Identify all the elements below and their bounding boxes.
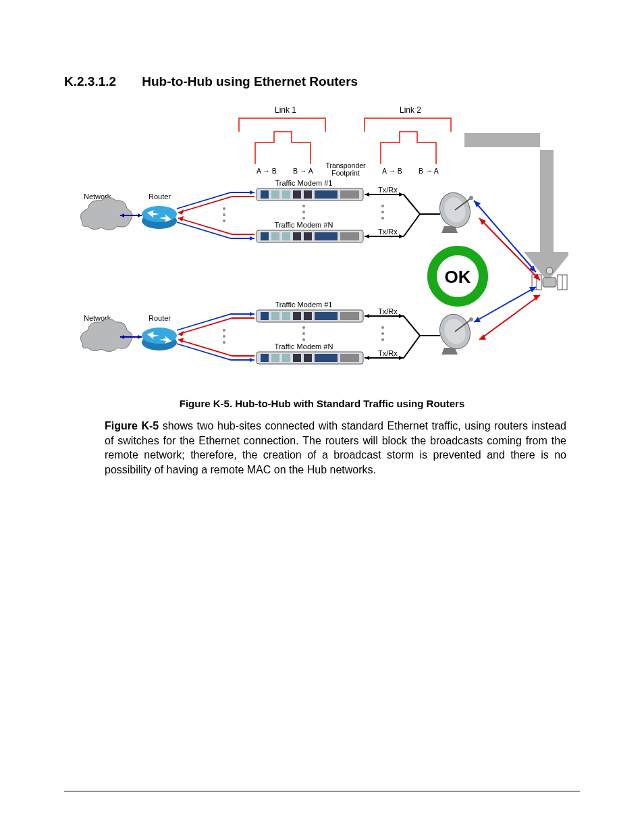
svg-marker-32 [178, 216, 184, 221]
link2-label: Link 2 [400, 106, 421, 115]
svg-marker-35 [399, 192, 404, 197]
svg-rect-52 [315, 312, 338, 320]
svg-point-14 [302, 217, 305, 219]
paragraph-text: shows two hub-sites connected with stand… [105, 420, 566, 475]
svg-marker-29 [250, 190, 254, 194]
svg-rect-23 [271, 232, 279, 240]
link1-bracket [239, 118, 325, 164]
ba-label-1: B → A [293, 167, 313, 175]
txrx-label: Tx/Rx [378, 228, 398, 236]
router-icon [142, 328, 177, 350]
svg-rect-25 [293, 232, 301, 240]
svg-rect-66 [282, 354, 290, 362]
hub-site-a: Network Router Traffic Modem #1 [80, 179, 475, 242]
svg-point-16 [223, 213, 225, 216]
svg-rect-48 [271, 312, 279, 320]
svg-rect-26 [304, 232, 312, 240]
cloud-icon [80, 197, 132, 230]
svg-rect-68 [304, 354, 312, 362]
svg-rect-50 [293, 312, 301, 320]
section-number: K.2.3.1.2 [64, 74, 138, 89]
svg-point-57 [223, 329, 225, 332]
svg-point-56 [302, 338, 305, 341]
svg-point-20 [381, 217, 384, 219]
cloud-icon [80, 319, 132, 352]
svg-rect-6 [271, 190, 279, 199]
txrx-label: Tx/Rx [378, 307, 398, 315]
svg-rect-53 [340, 312, 359, 320]
modemN-label-b: Traffic Modem #N [275, 342, 333, 350]
svg-point-88 [546, 267, 553, 274]
svg-rect-69 [315, 354, 338, 362]
svg-point-15 [223, 207, 225, 210]
svg-point-82 [469, 317, 473, 321]
svg-marker-71 [250, 312, 254, 316]
svg-point-17 [223, 219, 225, 222]
svg-rect-83 [543, 278, 556, 287]
svg-rect-5 [261, 190, 269, 199]
link1-label: Link 1 [275, 106, 296, 115]
hub-site-b: Network Router Traffic Modem #1 [80, 301, 475, 364]
svg-line-92 [479, 218, 540, 280]
svg-rect-28 [340, 232, 359, 240]
txrx-label: Tx/Rx [378, 349, 398, 357]
svg-rect-70 [340, 354, 359, 362]
svg-marker-45 [138, 335, 142, 339]
svg-point-40 [469, 196, 473, 200]
svg-rect-51 [304, 312, 312, 320]
svg-point-60 [381, 326, 384, 329]
svg-marker-72 [250, 358, 254, 362]
svg-marker-33 [365, 192, 369, 197]
figure-diagram: Link 1 Link 2 A → B B → A A → B B → A Tr… [76, 106, 568, 390]
link2-bracket [365, 118, 451, 164]
figure-ref: Figure K-5 [105, 420, 159, 432]
svg-rect-64 [261, 354, 269, 362]
ba-label-2: B → A [419, 167, 439, 175]
svg-point-61 [381, 332, 384, 335]
svg-rect-47 [261, 312, 269, 320]
svg-marker-77 [399, 314, 404, 318]
footer-rule [64, 791, 580, 791]
ok-text: OK [445, 267, 471, 287]
combiner-lines [365, 194, 440, 236]
ab-label-1: A → B [257, 167, 277, 175]
svg-marker-36 [399, 234, 404, 238]
svg-point-13 [302, 211, 305, 213]
dish-icon [435, 188, 475, 233]
svg-point-59 [223, 341, 225, 344]
svg-rect-11 [340, 190, 359, 199]
figure-caption: Figure K-5. Hub-to-Hub with Standard Tra… [76, 398, 568, 409]
svg-marker-3 [138, 213, 142, 217]
svg-point-55 [302, 332, 305, 335]
router-modem-lines [177, 190, 254, 240]
ok-badge-icon: OK [432, 251, 483, 302]
modemN-label-a: Traffic Modem #N [275, 221, 333, 229]
svg-marker-75 [365, 314, 369, 318]
ab-label-2: A → B [382, 167, 402, 175]
svg-rect-67 [293, 354, 301, 362]
svg-rect-9 [304, 190, 312, 199]
txrx-label: Tx/Rx [378, 186, 398, 194]
svg-rect-10 [315, 190, 338, 199]
svg-marker-34 [365, 234, 369, 238]
svg-rect-8 [293, 190, 301, 199]
router-label-a: Router [149, 192, 171, 201]
modem1-label-b: Traffic Modem #1 [275, 301, 333, 309]
svg-point-62 [381, 338, 384, 341]
dots-icon [223, 326, 384, 344]
svg-rect-24 [282, 232, 290, 240]
modem-icon [257, 188, 363, 201]
svg-rect-27 [315, 232, 338, 240]
svg-rect-7 [282, 190, 290, 199]
svg-marker-78 [399, 356, 404, 360]
svg-point-12 [302, 205, 305, 207]
modem-icon [257, 310, 363, 322]
router-icon [142, 206, 177, 229]
modem-icon [257, 352, 363, 364]
router-label-b: Router [149, 314, 171, 322]
transponder-label-2: Footprint [331, 169, 360, 177]
svg-rect-22 [261, 232, 269, 240]
modem-icon [257, 230, 363, 242]
dish-icon [435, 310, 475, 355]
svg-marker-74 [178, 338, 184, 343]
